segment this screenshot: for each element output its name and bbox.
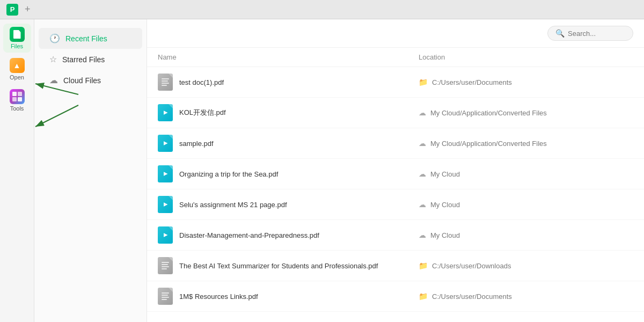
- file-name: sample.pdf: [179, 140, 214, 148]
- search-icon: 🔍: [555, 29, 565, 38]
- file-name-cell: The Best AI Text Summarizer for Students…: [158, 257, 419, 274]
- main-container: Files Open Tools: [0, 19, 644, 322]
- files-icon: [10, 27, 25, 42]
- location-cell: 📁 C:/Users/user/Documents: [419, 78, 633, 86]
- tools-icon-cell: [12, 97, 17, 101]
- file-icon: [158, 104, 173, 121]
- file-name: The Best AI Text Summarizer for Students…: [179, 262, 378, 270]
- location-cell: ☁ My Cloud: [419, 170, 633, 178]
- location-text: My Cloud: [430, 201, 460, 209]
- file-name: test doc(1).pdf: [179, 78, 224, 86]
- cloud-location-icon: ☁: [419, 200, 426, 209]
- content-header: 🔍: [147, 19, 644, 48]
- table-row[interactable]: 1M$ Resources Links.pdf 📁 C:/Users/user/…: [147, 281, 644, 312]
- file-icon: [158, 288, 173, 305]
- clock-icon: 🕐: [49, 33, 60, 43]
- iconbar-item-tools[interactable]: Tools: [3, 86, 31, 115]
- table-row[interactable]: The Best AI Text Summarizer for Students…: [147, 251, 644, 281]
- file-name: Organizing a trip for the Sea.pdf: [179, 170, 278, 178]
- sidebar-item-recent[interactable]: 🕐 Recent Files: [39, 28, 142, 49]
- file-name-cell: Selu's assignment MS 21 page.pdf: [158, 196, 419, 213]
- iconbar-item-files[interactable]: Files: [3, 24, 31, 53]
- iconbar-label-tools: Tools: [10, 105, 24, 112]
- file-name-cell: sample.pdf: [158, 135, 419, 152]
- cloud-location-icon: ☁: [419, 139, 426, 148]
- title-bar: P +: [0, 0, 644, 19]
- table-body: test doc(1).pdf 📁 C:/Users/user/Document…: [147, 67, 644, 312]
- cloud-location-icon: ☁: [419, 170, 426, 178]
- app-logo: P: [6, 4, 18, 16]
- file-table: Name Location test doc(1).pdf 📁 C:/Users…: [147, 48, 644, 322]
- iconbar-label-files: Files: [11, 43, 23, 49]
- sidebar-item-cloud[interactable]: ☁ Cloud Files: [39, 70, 142, 91]
- file-icon: [158, 165, 173, 182]
- iconbar-item-open[interactable]: Open: [3, 55, 31, 84]
- sidebar-label-recent: Recent Files: [65, 34, 107, 43]
- tools-icon-cell: [18, 97, 22, 101]
- file-icon: [158, 196, 173, 213]
- icon-bar: Files Open Tools: [0, 19, 34, 322]
- file-name: 1M$ Resources Links.pdf: [179, 292, 258, 301]
- tools-icon-cell: [12, 92, 17, 96]
- star-icon: ☆: [49, 54, 57, 64]
- location-cell: 📁 C:/Users/user/Downloads: [419, 261, 633, 270]
- folder-location-icon: 📁: [419, 292, 428, 301]
- cloud-icon: ☁: [49, 75, 58, 85]
- tools-icon: [10, 89, 25, 104]
- location-text: My Cloud/Application/Converted Files: [430, 140, 547, 148]
- file-name-cell: KOL开发信.pdf: [158, 104, 419, 121]
- file-icon: [158, 257, 173, 274]
- table-row[interactable]: sample.pdf ☁ My Cloud/Application/Conver…: [147, 128, 644, 159]
- table-row[interactable]: Organizing a trip for the Sea.pdf ☁ My C…: [147, 159, 644, 189]
- tools-icon-grid: [10, 90, 24, 104]
- sidebar-label-cloud: Cloud Files: [63, 76, 101, 85]
- file-name-cell: Organizing a trip for the Sea.pdf: [158, 165, 419, 182]
- cloud-location-icon: ☁: [419, 231, 426, 239]
- table-row[interactable]: KOL开发信.pdf ☁ My Cloud/Application/Conver…: [147, 98, 644, 128]
- location-cell: ☁ My Cloud/Application/Converted Files: [419, 139, 633, 148]
- file-name: Disaster-Management-and-Preparedness.pdf: [179, 231, 319, 239]
- location-cell: ☁ My Cloud/Application/Converted Files: [419, 108, 633, 117]
- location-text: My Cloud: [430, 170, 460, 178]
- location-text: C:/Users/user/Downloads: [432, 262, 511, 270]
- folder-location-icon: 📁: [419, 261, 428, 270]
- cloud-location-icon: ☁: [419, 108, 426, 117]
- location-cell: ☁ My Cloud: [419, 200, 633, 209]
- location-text: My Cloud: [430, 231, 460, 239]
- file-name-cell: Disaster-Management-and-Preparedness.pdf: [158, 226, 419, 244]
- table-row[interactable]: test doc(1).pdf 📁 C:/Users/user/Document…: [147, 67, 644, 98]
- tools-icon-cell: [18, 92, 22, 96]
- location-text: C:/Users/user/Documents: [432, 292, 512, 301]
- table-row[interactable]: Disaster-Management-and-Preparedness.pdf…: [147, 220, 644, 251]
- sidebar-item-starred[interactable]: ☆ Starred Files: [39, 49, 142, 70]
- search-input[interactable]: [568, 30, 621, 38]
- search-box[interactable]: 🔍: [547, 26, 633, 41]
- file-name-cell: 1M$ Resources Links.pdf: [158, 288, 419, 305]
- sidebar-label-starred: Starred Files: [62, 55, 105, 64]
- file-name: KOL开发信.pdf: [179, 108, 226, 118]
- open-icon: [10, 58, 25, 73]
- table-header: Name Location: [147, 48, 644, 67]
- column-name: Name: [158, 53, 419, 61]
- location-cell: ☁ My Cloud: [419, 231, 633, 239]
- file-icon: [158, 226, 173, 244]
- new-tab-button[interactable]: +: [25, 4, 31, 15]
- location-cell: 📁 C:/Users/user/Documents: [419, 292, 633, 301]
- file-icon: [158, 74, 173, 91]
- column-location: Location: [419, 53, 633, 61]
- table-row[interactable]: Selu's assignment MS 21 page.pdf ☁ My Cl…: [147, 189, 644, 220]
- location-text: My Cloud/Application/Converted Files: [430, 109, 547, 117]
- folder-location-icon: 📁: [419, 78, 428, 86]
- content-area: 🔍 Name Location test doc(1).pdf 📁 C:/Use…: [147, 19, 644, 322]
- location-text: C:/Users/user/Documents: [432, 78, 512, 86]
- file-name-cell: test doc(1).pdf: [158, 74, 419, 91]
- file-icon: [158, 135, 173, 152]
- iconbar-label-open: Open: [10, 74, 24, 80]
- file-name: Selu's assignment MS 21 page.pdf: [179, 201, 287, 209]
- sidebar: 🕐 Recent Files ☆ Starred Files ☁ Cloud F…: [34, 19, 147, 322]
